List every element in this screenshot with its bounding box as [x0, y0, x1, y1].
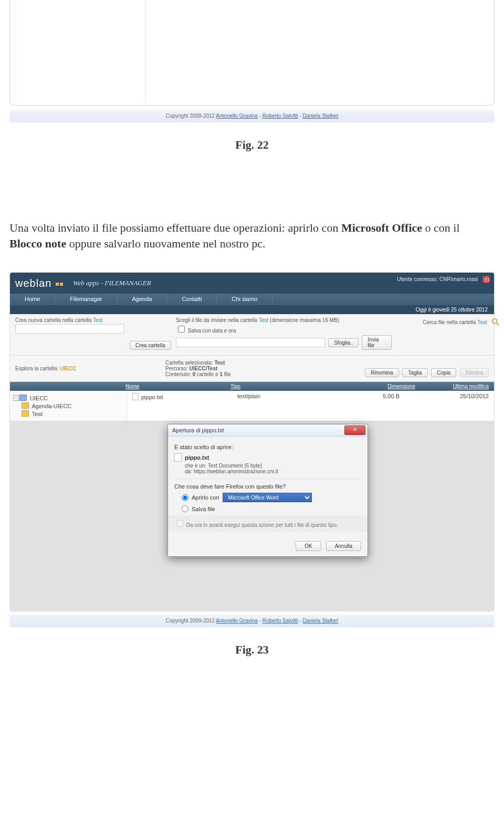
file-row[interactable]: pippo.txt text/plain 5,00 B 25/10/2012 [127, 391, 494, 402]
copyright-prefix: Copyright 2009-2012 [166, 618, 216, 624]
svg-point-0 [492, 319, 497, 324]
folder-icon [22, 402, 29, 409]
dialog-titlebar[interactable]: Apertura di pippo.txt ✕ [168, 424, 368, 437]
banner-subtitle: Web apps - FILEMANAGER [73, 279, 151, 287]
from-value: https://weblan.amministrazione.cnr.it [194, 469, 278, 474]
file-table-header: Nome Tipo Dimensione Ultima modifica [10, 382, 494, 391]
search-label-prefix: Cerca file nella cartella [423, 319, 477, 325]
file-list: pippo.txt text/plain 5,00 B 25/10/2012 [127, 391, 494, 421]
save-date-checkbox[interactable] [178, 326, 185, 333]
content-v1: 0 [193, 371, 196, 377]
fig22-panel-remnant [9, 0, 495, 106]
info-row: Esplora la cartella: UIECC Cartella sele… [10, 356, 494, 382]
path-prefix: Percorso: [165, 366, 190, 371]
folder-info: Cartella selezionata: Test Percorso: UIE… [165, 360, 348, 377]
create-folder-block: Crea nuova cartella nella cartella Test [15, 317, 125, 350]
author-link-3[interactable]: Daniela Stalteri [302, 113, 338, 119]
search-icon[interactable] [490, 317, 501, 327]
dialog-question: Che cosa deve fare Firefox con questo fi… [174, 479, 361, 490]
app-banner: weblan Web apps - FILEMANAGER Utente con… [10, 273, 494, 294]
logout-button[interactable]: ⏻ [482, 276, 490, 283]
upload-label-suffix: (dimensione massima 16 MB) [270, 317, 339, 323]
logo-accent-icon [60, 283, 63, 286]
t2: o con il [422, 221, 460, 234]
remember-checkbox [176, 520, 183, 527]
ok-button[interactable]: OK [296, 541, 321, 551]
author-link-2[interactable]: Roberto Salvitti [262, 618, 298, 624]
tree-root-label: UIECC [30, 395, 48, 401]
tree-agenda-row[interactable]: Agenda-UIECC [22, 402, 123, 410]
open-file-dialog: Apertura di pippo.txt ✕ È stato scelto d… [167, 424, 368, 557]
collapse-icon[interactable]: − [13, 395, 19, 401]
path-value: UIECC/Test [190, 366, 218, 371]
delete-button[interactable]: Elimina [460, 368, 489, 377]
fig23-caption: Fig. 23 [235, 643, 269, 656]
user-label: Utente connesso: [397, 276, 439, 282]
menu-filemanager[interactable]: Filemanager [55, 294, 117, 305]
dialog-footer: OK Annulla [168, 536, 368, 556]
rename-button[interactable]: Rinomina [365, 368, 398, 377]
browse-button[interactable]: Sfoglia.. [328, 338, 359, 347]
copy-button[interactable]: Copia [431, 368, 456, 377]
create-folder-name: Test [93, 317, 102, 323]
search-folder: Test [477, 319, 487, 325]
t1: Una volta inviato il file possiamo effet… [9, 221, 341, 234]
tree-test-row[interactable]: Test [22, 410, 123, 418]
author-link-1[interactable]: Antonello Gravina [216, 113, 258, 119]
body-paragraph: Una volta inviato il file possiamo effet… [9, 220, 495, 251]
sel-prefix: Cartella selezionata: [165, 360, 214, 366]
upload-folder: Test [259, 317, 268, 323]
menu-agenda[interactable]: Agenda [117, 294, 167, 305]
kind-value: Text Document (5 byte) [208, 463, 262, 469]
fig22-caption: Fig. 22 [235, 138, 269, 151]
content-l2: file [224, 371, 231, 377]
author-link-1[interactable]: Antonello Gravina [216, 618, 258, 624]
tree-agenda-label: Agenda-UIECC [32, 403, 71, 409]
file-size: 5,00 B [342, 393, 415, 400]
author-link-2[interactable]: Roberto Salvitti [262, 113, 298, 119]
col-size[interactable]: Dimensione [342, 383, 415, 389]
close-button[interactable]: ✕ [344, 426, 365, 435]
kind-prefix: che è un: [185, 463, 208, 469]
dialog-backdrop: Apertura di pippo.txt ✕ È stato scelto d… [10, 421, 494, 611]
content-prefix: Contenuto: [165, 371, 193, 377]
create-folder-button[interactable]: Crea cartella [130, 341, 171, 350]
menu-contatti[interactable]: Contatti [167, 294, 217, 305]
copyright-prefix: Copyright 2009-2012 [166, 113, 216, 119]
main-menu: Home Filemanager Agenda Contatti Chi sia… [10, 294, 494, 305]
send-file-button[interactable]: Invia file [362, 335, 392, 350]
create-label: Crea nuova cartella nella cartella [15, 317, 93, 323]
tree-test-label: Test [32, 411, 43, 417]
author-link-3[interactable]: Daniela Stalteri [302, 618, 338, 624]
t3: oppure salvarlo nuovamente nel nostro pc… [66, 237, 265, 250]
menu-home[interactable]: Home [10, 294, 55, 305]
save-file-radio[interactable] [182, 505, 188, 512]
menu-chi-siamo[interactable]: Chi siamo [217, 294, 272, 305]
cancel-button[interactable]: Annulla [326, 541, 361, 551]
remember-row: Da ora in avanti esegui questa azione pe… [168, 515, 368, 532]
file-name: pippo.txt [141, 394, 163, 400]
date-bar: Oggi è giovedì 25 ottobre 2012 [10, 305, 494, 314]
col-mod[interactable]: Ultima modifica [415, 383, 489, 389]
col-name[interactable]: Nome [125, 383, 230, 389]
upload-label-prefix: Scegli il file da inviare nella cartella [176, 317, 259, 323]
save-file-row[interactable]: Salva file [182, 505, 361, 512]
tree-root-row[interactable]: − UIECC [13, 394, 123, 402]
create-folder-input[interactable] [15, 324, 124, 334]
content-v2: 1 [219, 371, 223, 377]
cut-button[interactable]: Taglia [402, 368, 427, 377]
b1: Microsoft Office [341, 221, 422, 234]
remember-label: Da ora in avanti esegui questa azione pe… [186, 522, 338, 528]
search-block: Cerca file nella cartella Test [396, 317, 501, 350]
open-with-row[interactable]: Aprirlo con Microsoft Office Word [182, 493, 361, 502]
svg-line-1 [497, 323, 499, 326]
col-type[interactable]: Tipo [230, 383, 342, 389]
content-l1: cartelle e [197, 371, 219, 377]
open-with-label: Aprirlo con [192, 494, 219, 501]
open-with-radio[interactable] [182, 494, 188, 501]
save-file-label: Salva file [192, 506, 215, 512]
save-date-label: Salva con data e ora [188, 328, 236, 334]
upload-path-input[interactable] [176, 338, 325, 347]
fig23-copyright-bar: Copyright 2009-2012 Antonello Gravina - … [9, 615, 495, 627]
app-select[interactable]: Microsoft Office Word [223, 493, 312, 502]
